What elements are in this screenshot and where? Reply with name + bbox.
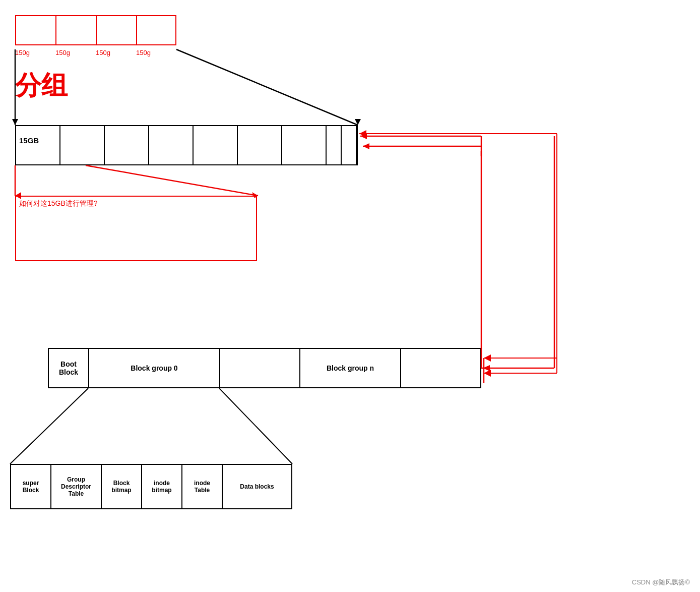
svg-marker-24 [484, 370, 491, 377]
bg-detail: superBlock GroupDescriptorTable Blockbit… [10, 464, 292, 509]
svg-line-5 [86, 165, 258, 196]
bg-cell-super: superBlock [11, 465, 51, 508]
svg-line-1 [176, 49, 358, 125]
main-bar-cell-5 [194, 126, 238, 164]
fs-cell-empty1 [220, 349, 300, 387]
main-bar-narrow-1 [327, 126, 342, 164]
top-box-2 [55, 15, 96, 45]
svg-line-16 [481, 358, 484, 368]
main-bar-cell-6 [238, 126, 282, 164]
top-box-1 [15, 15, 55, 45]
bg-cell-gdt: GroupDescriptorTable [51, 465, 102, 508]
label-150g-4: 150g [136, 49, 151, 56]
main-bar-cell-1 [16, 126, 60, 164]
label-150g-1: 150g [15, 49, 30, 56]
svg-marker-28 [359, 130, 366, 137]
svg-marker-10 [360, 133, 367, 139]
fs-cell-bgn: Block group n [300, 349, 401, 387]
top-box-3 [96, 15, 136, 45]
svg-marker-12 [363, 143, 369, 149]
label-150g-3: 150g [96, 49, 110, 56]
svg-marker-2 [12, 119, 18, 125]
main-bar [15, 125, 358, 165]
fs-cell-empty2 [401, 349, 480, 387]
svg-line-30 [10, 388, 88, 464]
svg-marker-23 [484, 354, 491, 362]
label-150g-2: 150g [55, 49, 70, 56]
bg-cell-ibm: inodebitmap [142, 465, 182, 508]
bg-cell-db: Data blocks [223, 465, 291, 508]
main-bar-cell-3 [105, 126, 149, 164]
bg-cell-it: inodeTable [182, 465, 223, 508]
question-label: 如何对这15GB进行管理? [19, 199, 98, 208]
svg-marker-19 [483, 365, 490, 371]
main-bar-cell-7 [282, 126, 327, 164]
main-bar-narrow-2 [342, 126, 357, 164]
diagram-container: 150g 150g 150g 150g 分组 15GB 如何对这15GB进行管理… [0, 0, 700, 592]
svg-line-31 [219, 388, 292, 464]
fs-cell-boot: BootBlock [49, 349, 89, 387]
fenzu-label: 分组 [15, 68, 68, 103]
watermark: CSDN @随风飘扬© [632, 578, 690, 587]
top-box-4 [136, 15, 176, 45]
main-bar-cell-2 [60, 126, 105, 164]
svg-marker-3 [355, 119, 361, 125]
bg-cell-bbm: Blockbitmap [102, 465, 142, 508]
main-bar-cell-4 [149, 126, 194, 164]
fs-cell-bg0: Block group 0 [89, 349, 220, 387]
fs-bar: BootBlock Block group 0 Block group n [48, 348, 481, 388]
main-bar-label: 15GB [19, 136, 39, 145]
svg-line-20 [483, 134, 554, 383]
top-boxes [15, 15, 176, 45]
